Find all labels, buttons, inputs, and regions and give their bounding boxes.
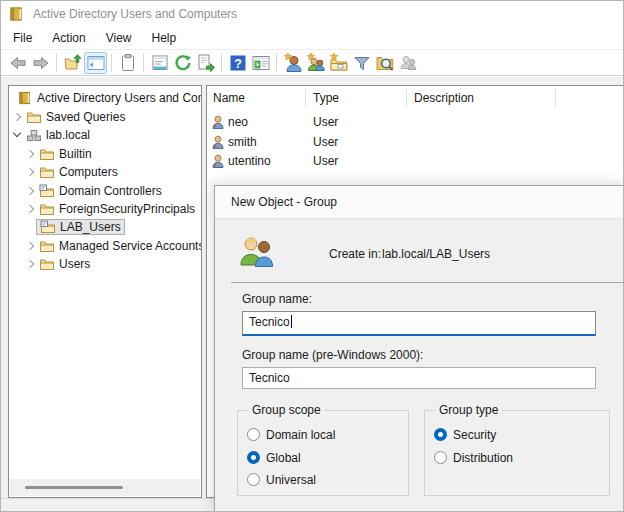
chevron-right-icon[interactable] [25, 199, 36, 218]
radio-icon[interactable] [247, 473, 260, 486]
user-icon [212, 154, 224, 168]
menu-action[interactable]: Action [42, 29, 95, 47]
clipboard-icon[interactable] [116, 52, 139, 74]
chevron-right-icon[interactable] [25, 236, 36, 255]
group-name-input[interactable]: Tecnico [242, 311, 596, 336]
chevron-right-icon[interactable] [25, 162, 36, 181]
dialog-separator [231, 282, 624, 283]
up-one-level-icon[interactable] [61, 52, 84, 74]
column-divider[interactable] [406, 89, 407, 107]
show-console-tree-icon[interactable] [84, 52, 107, 74]
export-list-icon[interactable] [194, 52, 217, 74]
tree-item-managed-service-accounts[interactable]: Managed Service Accounts [9, 236, 201, 255]
refresh-icon[interactable] [171, 52, 194, 74]
group-name-pre2000-label: Group name (pre-Windows 2000): [242, 348, 423, 362]
radio-security[interactable]: Security [434, 427, 496, 442]
tree-item-lab-local[interactable]: lab.local [9, 125, 201, 144]
radio-icon[interactable] [434, 451, 447, 464]
tree-item-saved-queries[interactable]: Saved Queries [9, 107, 201, 126]
title-bar[interactable]: Active Directory Users and Computers [1, 1, 623, 27]
console-book-icon [17, 91, 33, 105]
radio-icon[interactable] [434, 428, 447, 441]
chevron-right-icon[interactable] [12, 107, 23, 126]
menu-bar: File Action View Help [1, 27, 623, 49]
group-scope-legend: Group scope [248, 403, 325, 417]
folder-icon [26, 110, 42, 124]
tree-item-computers[interactable]: Computers [9, 162, 201, 181]
radio-universal[interactable]: Universal [247, 472, 316, 487]
radio-domain-local[interactable]: Domain local [247, 427, 335, 442]
back-icon[interactable] [6, 52, 29, 74]
tree-item-root[interactable]: Active Directory Users and Computers [9, 88, 201, 107]
tree-item-users[interactable]: Users [9, 254, 201, 273]
group-icon [239, 235, 275, 269]
group-scope-groupbox: Group scope Domain local Global Universa… [237, 410, 409, 496]
folder-icon [39, 202, 55, 216]
svg-text:?: ? [234, 56, 242, 70]
user-icon [212, 115, 224, 129]
radio-global[interactable]: Global [247, 450, 301, 465]
group-name-pre2000-input[interactable]: Tecnico [242, 367, 596, 389]
group-name-label: Group name: [242, 292, 312, 306]
folder-icon [39, 257, 55, 271]
create-in-label: Create in: [329, 247, 381, 261]
group-type-groupbox: Group type Security Distribution [424, 410, 610, 496]
console-book-icon [9, 6, 24, 22]
add-to-group-disabled-icon [396, 52, 419, 74]
folder-icon [39, 165, 55, 179]
folder-icon [39, 239, 55, 253]
column-header-name[interactable]: Name [213, 91, 245, 105]
organizational-unit-icon [39, 184, 55, 198]
chevron-down-icon[interactable] [12, 125, 23, 144]
tree-item-builtin[interactable]: Builtin [9, 144, 201, 163]
toolbar-separator [111, 54, 112, 72]
dialog-title: New Object - Group [231, 195, 337, 209]
column-divider[interactable] [305, 89, 306, 107]
toolbar-separator [276, 54, 277, 72]
horizontal-scrollbar[interactable] [10, 479, 200, 496]
group-type-legend: Group type [435, 403, 502, 417]
tree-item-lab-users[interactable]: LAB_Users [9, 217, 201, 236]
tree-item-foreign-security-principals[interactable]: ForeignSecurityPrincipals [9, 199, 201, 218]
chevron-right-icon[interactable] [25, 254, 36, 273]
list-row-neo[interactable]: neo User [207, 112, 624, 132]
console-tree-panel: Active Directory Users and Computers Sav… [8, 85, 202, 498]
column-divider[interactable] [555, 89, 556, 107]
new-group-icon[interactable] [304, 52, 327, 74]
scrollbar-thumb[interactable] [25, 486, 123, 489]
window-title: Active Directory Users and Computers [33, 7, 237, 21]
menu-file[interactable]: File [3, 29, 42, 47]
organizational-unit-icon [40, 220, 56, 234]
find-icon[interactable] [373, 52, 396, 74]
user-icon [212, 135, 224, 149]
chevron-right-icon[interactable] [25, 181, 36, 200]
list-header: Name Type Description [207, 86, 624, 110]
dialog-title-bar[interactable]: New Object - Group [215, 186, 624, 219]
folder-icon [39, 147, 55, 161]
new-object-group-dialog: New Object - Group Create in: lab.local/… [214, 185, 624, 512]
toolbar: ? [1, 49, 623, 76]
radio-distribution[interactable]: Distribution [434, 450, 513, 465]
filter-icon[interactable] [350, 52, 373, 74]
radio-icon[interactable] [247, 428, 260, 441]
radio-icon[interactable] [247, 451, 260, 464]
column-header-description[interactable]: Description [414, 91, 474, 105]
create-in-value: lab.local/LAB_Users [382, 247, 490, 261]
text-caret [291, 315, 292, 328]
list-row-smith[interactable]: smith User [207, 132, 624, 152]
list-row-utentino[interactable]: utentino User [207, 151, 624, 171]
new-user-icon[interactable] [281, 52, 304, 74]
toolbar-separator [56, 54, 57, 72]
new-organizational-unit-icon[interactable] [327, 52, 350, 74]
toolbar-separator [143, 54, 144, 72]
help-icon[interactable]: ? [226, 52, 249, 74]
tree-item-domain-controllers[interactable]: Domain Controllers [9, 181, 201, 200]
show-window-icon[interactable] [249, 52, 272, 74]
column-header-type[interactable]: Type [313, 91, 339, 105]
forward-icon[interactable] [29, 52, 52, 74]
chevron-right-icon[interactable] [25, 144, 36, 163]
menu-help[interactable]: Help [142, 29, 187, 47]
menu-view[interactable]: View [96, 29, 142, 47]
properties-icon[interactable] [148, 52, 171, 74]
aduc-window: Active Directory Users and Computers Fil… [0, 0, 624, 512]
